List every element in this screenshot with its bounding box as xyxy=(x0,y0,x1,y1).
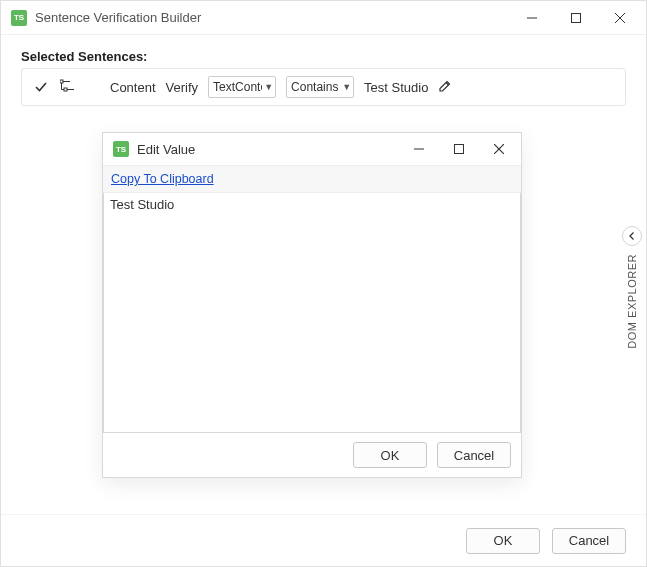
dialog-ok-button[interactable]: OK xyxy=(353,442,427,468)
dialog-maximize-button[interactable] xyxy=(439,135,479,163)
dialog-title: Edit Value xyxy=(137,142,399,157)
maximize-button[interactable] xyxy=(554,3,598,33)
app-icon: TS xyxy=(11,10,27,26)
check-icon[interactable] xyxy=(32,81,50,93)
sentence-row: Content Verify TextContent ▼ Contains ▼ … xyxy=(21,68,626,106)
svg-rect-12 xyxy=(455,145,464,154)
dialog-footer: OK Cancel xyxy=(103,433,521,477)
window-title: Sentence Verification Builder xyxy=(35,10,510,25)
dialog-close-button[interactable] xyxy=(479,135,519,163)
operator-select-value: Contains xyxy=(291,80,340,94)
close-button[interactable] xyxy=(598,3,642,33)
caret-down-icon: ▼ xyxy=(342,82,351,92)
operator-select[interactable]: Contains ▼ xyxy=(286,76,354,98)
property-select[interactable]: TextContent ▼ xyxy=(208,76,276,98)
dom-explorer-tab: DOM EXPLORER xyxy=(622,226,642,349)
dom-explorer-label[interactable]: DOM EXPLORER xyxy=(626,254,638,349)
minimize-button[interactable] xyxy=(510,3,554,33)
edit-value-button[interactable] xyxy=(438,79,452,96)
copy-to-clipboard-link[interactable]: Copy To Clipboard xyxy=(111,172,214,186)
value-text: Test Studio xyxy=(364,80,428,95)
dialog-cancel-button[interactable]: Cancel xyxy=(437,442,511,468)
cancel-button[interactable]: Cancel xyxy=(552,528,626,554)
svg-rect-1 xyxy=(572,13,581,22)
content-label: Content xyxy=(110,80,156,95)
caret-down-icon: ▼ xyxy=(264,82,273,92)
property-select-value: TextContent xyxy=(213,80,262,94)
svg-rect-4 xyxy=(60,80,63,83)
app-icon: TS xyxy=(113,141,129,157)
dialog-toolbar: Copy To Clipboard xyxy=(103,165,521,193)
tree-icon[interactable] xyxy=(60,79,76,96)
window-titlebar: TS Sentence Verification Builder xyxy=(1,1,646,35)
svg-rect-6 xyxy=(64,88,67,91)
dialog-body xyxy=(103,193,521,433)
selected-sentences-label: Selected Sentences: xyxy=(21,49,626,64)
edit-value-dialog: TS Edit Value Copy To Clipboard OK Cance… xyxy=(102,132,522,478)
value-textarea[interactable] xyxy=(103,193,521,433)
ok-button[interactable]: OK xyxy=(466,528,540,554)
verify-label: Verify xyxy=(166,80,199,95)
window-footer: OK Cancel xyxy=(1,514,646,566)
dialog-titlebar: TS Edit Value xyxy=(103,133,521,165)
dialog-minimize-button[interactable] xyxy=(399,135,439,163)
window-controls xyxy=(510,3,642,33)
dom-explorer-toggle[interactable] xyxy=(622,226,642,246)
